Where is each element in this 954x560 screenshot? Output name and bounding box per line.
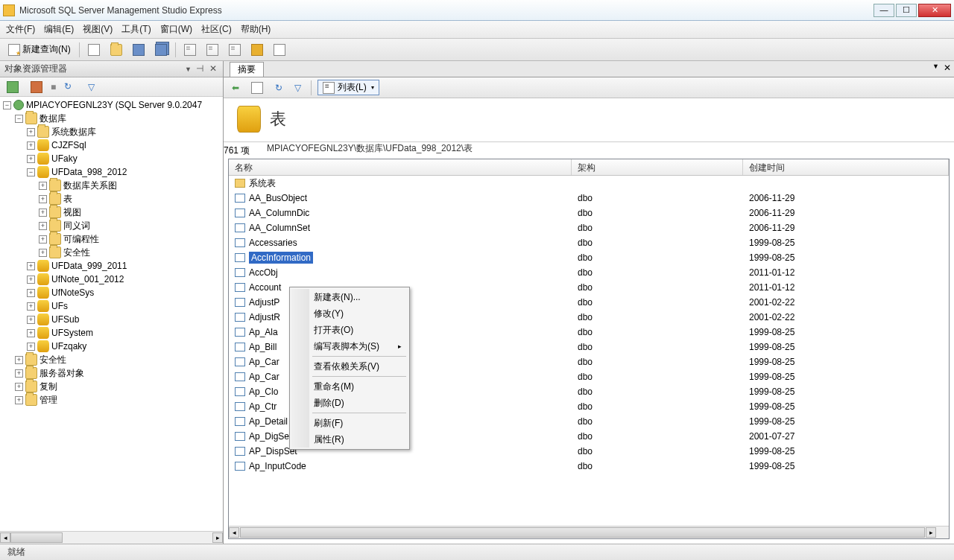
tree-db[interactable]: UfNoteSys [51, 286, 94, 299]
scroll-right-arrow[interactable]: ▸ [212, 532, 223, 543]
scroll-left-arrow[interactable]: ◂ [0, 532, 10, 543]
table-row[interactable]: AccInformationdbo1999-08-25 [229, 250, 949, 265]
scroll-thumb[interactable] [240, 527, 925, 538]
grid-hscroll[interactable]: ◂ ▸ [229, 526, 949, 538]
expand-toggle[interactable]: + [27, 141, 35, 150]
toolbar-btn-new-project[interactable] [84, 42, 104, 58]
table-row[interactable]: AccObjdbo2011-01-12 [229, 265, 949, 280]
tree-db[interactable]: UFSystem [51, 326, 93, 340]
expand-toggle[interactable]: − [27, 168, 35, 176]
scroll-left-arrow[interactable]: ◂ [229, 527, 239, 538]
expand-toggle[interactable]: − [3, 101, 11, 109]
expand-toggle[interactable]: + [27, 262, 35, 270]
table-row[interactable]: Accessariesdbo1999-08-25 [229, 235, 949, 250]
expand-toggle[interactable]: + [39, 182, 47, 190]
tree-db[interactable]: CJZFSql [51, 139, 86, 152]
tree-node[interactable]: 同义词 [63, 219, 90, 232]
toolbar-btn-9[interactable] [270, 42, 289, 58]
menu-delete[interactable]: 删除(D) [291, 395, 408, 411]
tree-node-tables[interactable]: 表 [63, 192, 72, 206]
menu-edit[interactable]: 编辑(E) [44, 23, 74, 36]
tab-summary[interactable]: 摘要 [230, 62, 264, 77]
tree-node[interactable]: 安全性 [63, 246, 90, 259]
tree-databases[interactable]: 数据库 [40, 112, 66, 125]
menu-view-deps[interactable]: 查看依赖关系(V) [291, 358, 408, 375]
tree-management[interactable]: 管理 [40, 393, 57, 407]
tree-server-objects[interactable]: 服务器对象 [40, 366, 84, 380]
tree-node[interactable]: 可编程性 [63, 232, 99, 246]
expand-toggle[interactable]: − [15, 115, 23, 123]
toolbar-btn-open[interactable] [107, 42, 126, 58]
expand-toggle[interactable]: + [27, 343, 35, 351]
expand-toggle[interactable]: + [27, 302, 35, 311]
minimize-button[interactable]: — [874, 4, 894, 17]
tab-close-icon[interactable]: ✕ [944, 63, 951, 73]
menu-modify[interactable]: 修改(Y) [291, 305, 408, 322]
expand-toggle[interactable]: + [39, 235, 47, 244]
pin-icon[interactable]: ⊣ [195, 64, 205, 74]
connect-button[interactable] [3, 79, 22, 95]
tree-db[interactable]: UFData_999_2011 [51, 259, 127, 273]
expand-toggle[interactable]: + [39, 249, 47, 257]
expand-toggle[interactable]: + [15, 369, 23, 378]
history-button[interactable] [247, 80, 267, 96]
column-header-name[interactable]: 名称 [229, 159, 572, 175]
expand-toggle[interactable]: + [27, 329, 35, 337]
toolbar-btn-save[interactable] [129, 42, 148, 58]
tab-dropdown-icon[interactable]: ▼ [932, 63, 939, 73]
column-header-schema[interactable]: 架构 [572, 159, 743, 175]
expand-toggle[interactable]: + [27, 316, 35, 324]
scroll-thumb[interactable] [10, 532, 63, 543]
menu-rename[interactable]: 重命名(M) [291, 378, 408, 395]
panel-close-icon[interactable]: ✕ [208, 64, 218, 74]
menu-properties[interactable]: 属性(R) [291, 431, 408, 448]
maximize-button[interactable]: ☐ [896, 4, 917, 17]
tree-sys-db[interactable]: 系统数据库 [51, 125, 96, 139]
toolbar-btn-5[interactable] [180, 42, 200, 58]
refresh-button[interactable]: ↻ [60, 79, 80, 95]
expand-toggle[interactable]: + [27, 155, 35, 163]
tree-db[interactable]: UfNote_001_2012 [51, 273, 124, 286]
menu-file[interactable]: 文件(F) [6, 23, 35, 36]
panel-options-dropdown[interactable]: ▼ [185, 66, 192, 73]
tree-db[interactable]: UFSub [51, 313, 79, 326]
tree-db[interactable]: UFzqaky [51, 340, 86, 353]
tree-server[interactable]: MPIACYOFEGNL23Y (SQL Server 9.0.2047 [26, 98, 202, 112]
table-row[interactable]: AA_ColumnSetdbo2006-11-29 [229, 220, 949, 235]
tree-db[interactable]: UFs [51, 299, 68, 313]
expand-toggle[interactable]: + [15, 396, 23, 404]
toolbar-btn-7[interactable] [225, 42, 244, 58]
expand-toggle[interactable]: + [39, 222, 47, 230]
close-button[interactable]: ✕ [918, 4, 951, 17]
filter-button[interactable]: ▽ [291, 80, 305, 96]
expand-toggle[interactable]: + [39, 209, 47, 217]
tree-node[interactable]: 数据库关系图 [63, 179, 117, 192]
menu-help[interactable]: 帮助(H) [241, 23, 271, 36]
tree-security[interactable]: 安全性 [40, 353, 66, 366]
expand-toggle[interactable]: + [15, 356, 23, 364]
object-explorer-tree[interactable]: −MPIACYOFEGNL23Y (SQL Server 9.0.2047 −数… [0, 97, 223, 531]
menu-refresh[interactable]: 刷新(F) [291, 415, 408, 431]
menu-window[interactable]: 窗口(W) [160, 23, 192, 36]
disconnect-button[interactable] [27, 79, 46, 95]
table-row[interactable]: AA_BusObjectdbo2006-11-29 [229, 191, 949, 206]
menu-script-as[interactable]: 编写表脚本为(S)▸ [291, 338, 408, 354]
menu-new-table[interactable]: 新建表(N)... [291, 289, 408, 305]
table-row[interactable]: Ap_InputCodedbo1999-08-25 [229, 459, 949, 474]
refresh-button[interactable]: ↻ [271, 80, 286, 96]
table-row[interactable]: 系统表 [229, 176, 949, 191]
toolbar-btn-saveall[interactable] [151, 42, 171, 58]
filter-button[interactable]: ▽ [84, 79, 98, 95]
expand-toggle[interactable]: + [27, 289, 35, 297]
list-view-button[interactable]: 列表(L) ▾ [318, 80, 379, 95]
toolbar-btn-8[interactable] [247, 42, 267, 58]
scroll-right-arrow[interactable]: ▸ [926, 527, 936, 538]
expand-toggle[interactable]: + [15, 383, 23, 391]
expand-toggle[interactable]: + [27, 276, 35, 284]
column-header-date[interactable]: 创建时间 [743, 159, 949, 175]
menu-community[interactable]: 社区(C) [201, 23, 232, 36]
menu-tools[interactable]: 工具(T) [121, 23, 151, 36]
back-button[interactable]: ⬅ [228, 80, 243, 96]
tree-node[interactable]: 视图 [63, 206, 81, 219]
table-row[interactable]: AA_ColumnDicdbo2006-11-29 [229, 206, 949, 220]
